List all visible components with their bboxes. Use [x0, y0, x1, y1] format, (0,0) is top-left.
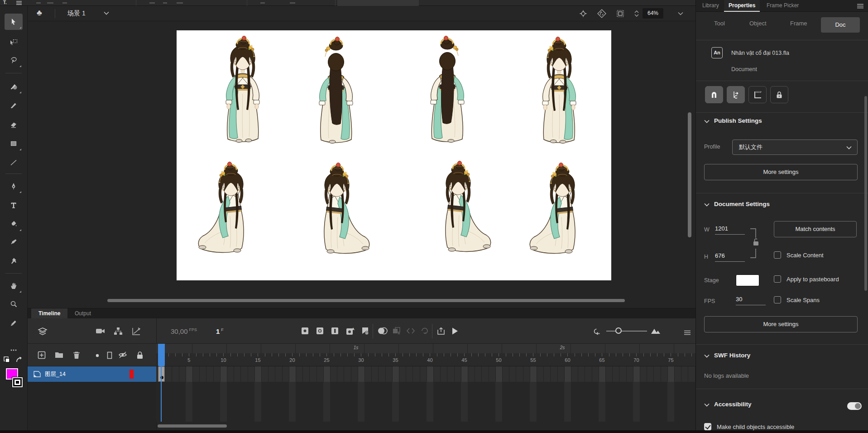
stepper-up-icon[interactable] — [634, 10, 639, 13]
docsettings-more-settings-button[interactable]: More settings — [704, 316, 858, 332]
loop-icon[interactable] — [421, 327, 429, 335]
make-child-accessible-checkbox[interactable] — [704, 423, 711, 430]
classic-brush-tool[interactable] — [5, 97, 23, 114]
width-tool[interactable] — [5, 315, 23, 331]
delete-layer-icon[interactable] — [73, 351, 80, 359]
outline-column-icon[interactable] — [107, 351, 112, 359]
zoom-stepper[interactable] — [633, 8, 640, 19]
stage-character-back[interactable] — [302, 36, 370, 149]
hand-tool[interactable] — [5, 278, 23, 294]
tab-frame-picker[interactable]: Frame Picker — [762, 0, 803, 12]
remove-frames-icon[interactable] — [361, 327, 369, 335]
accessibility-header[interactable]: Accessibility — [714, 401, 752, 408]
snap-to-grid-button[interactable] — [748, 86, 767, 103]
subtab-object[interactable]: Object — [749, 20, 767, 27]
stage-character-sit[interactable] — [519, 162, 605, 268]
scene-name[interactable]: 场景 1 — [67, 10, 86, 18]
stage-character-sit[interactable] — [188, 161, 274, 267]
insert-keyframe-icon[interactable] — [301, 327, 309, 335]
camera-icon[interactable] — [96, 327, 106, 335]
canvas-vertical-scrollbar[interactable] — [688, 112, 691, 237]
asset-warp-tool[interactable] — [5, 253, 23, 269]
scale-content-checkbox[interactable] — [774, 251, 781, 259]
subtab-frame[interactable]: Frame — [790, 20, 807, 27]
accessibility-toggle[interactable] — [847, 402, 862, 410]
layer-name[interactable]: 图层_14 — [45, 370, 66, 378]
selection-tool[interactable] — [5, 14, 23, 30]
timeline-frame-ruler[interactable]: 51015202530354045505560657075 — [156, 353, 695, 366]
stepper-down-icon[interactable] — [634, 14, 639, 17]
eye-hidden-icon[interactable] — [118, 351, 127, 359]
play-button-icon[interactable] — [451, 327, 459, 335]
line-tool[interactable] — [5, 154, 23, 171]
publish-collapse-chevron-icon[interactable] — [704, 120, 710, 123]
layer-outline-color-swatch[interactable] — [129, 370, 134, 379]
fps-input[interactable]: 30 — [736, 296, 766, 305]
lock-layers-icon[interactable] — [136, 351, 144, 359]
apply-pasteboard-checkbox[interactable] — [774, 275, 781, 283]
zoom-chevron-down-icon[interactable] — [678, 12, 683, 15]
subtab-doc[interactable]: Doc — [821, 17, 860, 33]
tab-library[interactable]: Library — [698, 0, 724, 12]
tab-properties[interactable]: Properties — [724, 0, 760, 12]
default-colors-icon[interactable] — [4, 356, 12, 364]
clip-content-icon[interactable] — [616, 10, 624, 18]
center-stage-icon[interactable] — [579, 10, 587, 18]
swf-collapse-chevron-icon[interactable] — [704, 354, 710, 358]
more-tools-button[interactable] — [5, 342, 23, 358]
timeline-fps-display[interactable]: 30,00FPS — [171, 327, 197, 335]
modify-markers-icon[interactable] — [406, 327, 415, 335]
tab-timeline[interactable]: Timeline — [31, 308, 67, 318]
eyedropper-tool[interactable] — [5, 234, 23, 250]
text-tool[interactable] — [5, 197, 23, 213]
current-frame-display[interactable]: 1F — [216, 327, 224, 335]
paint-bucket-tool[interactable] — [5, 216, 23, 232]
link-dimensions-icon[interactable] — [749, 227, 759, 260]
publish-more-settings-button[interactable]: More settings — [704, 164, 858, 180]
auto-keyframe-icon[interactable]: A — [346, 327, 355, 335]
scale-spans-checkbox[interactable] — [774, 296, 781, 303]
stage-color-swatch[interactable] — [736, 274, 759, 286]
panel-scrollbar[interactable] — [864, 96, 867, 291]
snap-align-button[interactable] — [727, 86, 745, 103]
symbol-club-icon[interactable]: ♣ — [37, 8, 42, 18]
canvas-horizontal-scrollbar[interactable] — [107, 299, 625, 302]
pen-tool[interactable] — [5, 178, 23, 194]
timeline-horizontal-scrollbar[interactable] — [158, 424, 227, 428]
onion-skin-icon[interactable] — [378, 327, 388, 335]
document-settings-header[interactable]: Document Settings — [714, 201, 770, 207]
width-input[interactable]: 1201 — [715, 225, 745, 235]
export-animation-icon[interactable] — [437, 327, 446, 335]
match-contents-button[interactable]: Match contents — [774, 221, 857, 237]
eraser-tool[interactable] — [5, 116, 23, 133]
layer-list-empty-area[interactable] — [28, 382, 156, 431]
stage-character-sit[interactable] — [415, 160, 501, 266]
onion-range-slider-track[interactable] — [606, 331, 647, 332]
frames-grid-empty-area[interactable] — [156, 382, 695, 422]
lasso-tool[interactable] — [5, 52, 23, 68]
lock-guides-button[interactable] — [770, 86, 788, 103]
panel-menu-icon[interactable] — [857, 4, 863, 9]
layer-frames-row[interactable] — [156, 366, 695, 382]
rotation-tool-icon[interactable] — [597, 9, 606, 18]
height-input[interactable]: 676 — [715, 252, 745, 262]
hamburger-menu-icon[interactable] — [16, 1, 22, 5]
onion-range-slider-knob[interactable] — [615, 327, 622, 334]
accessibility-collapse-chevron-icon[interactable] — [704, 403, 710, 407]
stage-character-stand[interactable] — [209, 35, 277, 148]
node-hierarchy-icon[interactable] — [114, 327, 123, 336]
zoom-level-input[interactable]: 64% — [643, 8, 663, 19]
new-folder-icon[interactable] — [55, 351, 63, 358]
stage-character-sit[interactable] — [294, 162, 380, 268]
stage-character-back[interactable] — [413, 35, 481, 148]
publish-settings-header[interactable]: Publish Settings — [714, 117, 762, 124]
swf-history-header[interactable]: SWF History — [714, 352, 750, 359]
timeline-panel-menu-icon[interactable] — [684, 330, 691, 335]
stroke-color-swatch[interactable] — [12, 377, 23, 387]
rectangle-tool[interactable] — [5, 135, 23, 152]
new-layer-icon[interactable] — [38, 351, 46, 359]
layer-row[interactable]: 图层_14 — [28, 366, 156, 382]
snap-to-objects-button[interactable] — [705, 86, 723, 103]
docsettings-collapse-chevron-icon[interactable] — [704, 203, 710, 207]
zoom-tool[interactable] — [5, 296, 23, 312]
